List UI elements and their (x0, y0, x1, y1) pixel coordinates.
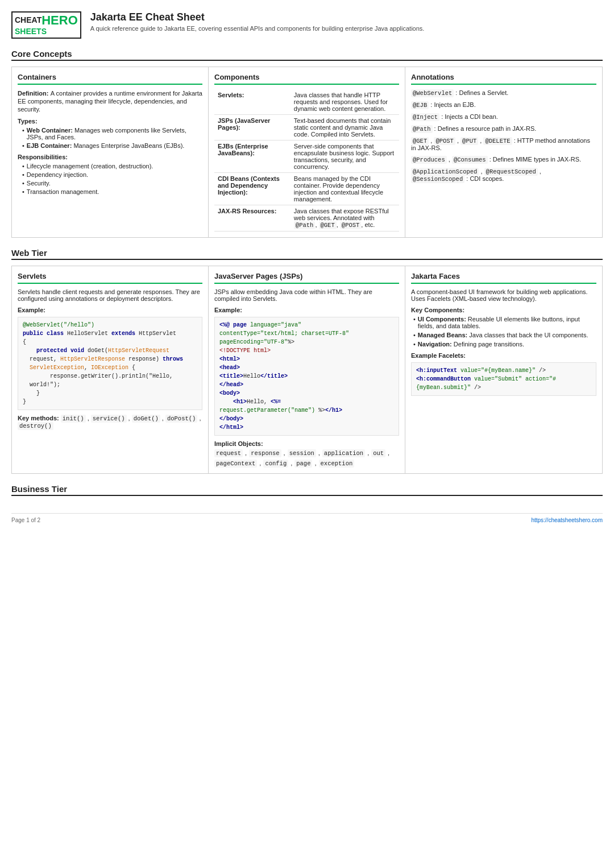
comp-name: JAX-RS Resources: (214, 205, 291, 231)
comp-name: Servlets: (214, 89, 291, 115)
annotation-item: @Inject : Injects a CDI bean. (411, 113, 596, 121)
containers-col: Containers Definition: A container provi… (12, 67, 209, 237)
annotation-item: @GET , @POST , @PUT , @DELETE : HTTP met… (411, 137, 596, 151)
comp-name: EJBs (Enterprise JavaBeans): (214, 140, 291, 172)
key-components-list: UI Components: Reusable UI elements like… (411, 316, 596, 348)
comp-name: JSPs (JavaServer Pages): (214, 114, 291, 140)
components-col: Components Servlets: Java classes that h… (209, 67, 405, 237)
business-tier-title: Business Tier (11, 484, 603, 496)
jsps-col: JavaServer Pages (JSPs) JSPs allow embed… (209, 266, 405, 473)
facelets-code-block: <h:inputText value="#{myBean.name}" /> <… (411, 362, 596, 396)
table-row: EJBs (Enterprise JavaBeans): Server-side… (214, 140, 399, 172)
list-item: Transaction management. (22, 188, 202, 195)
comp-desc: Text-based documents that contain static… (291, 114, 399, 140)
logo-cheat: CHEAT (15, 16, 42, 24)
annotations-col: Annotations @WebServlet : Defines a Serv… (405, 67, 602, 237)
list-item: Navigation: Defining page transitions. (413, 341, 596, 348)
types-list: Web Container: Manages web components li… (18, 127, 202, 149)
components-table: Servlets: Java classes that handle HTTP … (214, 89, 399, 232)
list-item: Dependency injection. (22, 171, 202, 178)
example-facelets-section: Example Facelets: <h:inputText value="#{… (411, 352, 596, 396)
annotation-item: @EJB : Injects an EJB. (411, 101, 596, 109)
core-concepts-grid: Containers Definition: A container provi… (11, 67, 603, 238)
core-concepts-title: Core Concepts (11, 49, 603, 61)
comp-desc: Server-side components that encapsulate … (291, 140, 399, 172)
page-number: Page 1 of 2 (11, 517, 40, 523)
footer-link[interactable]: https://cheatsheetshero.com (531, 517, 603, 523)
comp-desc: Beans managed by the CDI container. Prov… (291, 172, 399, 205)
servlets-intro: Servlets handle client requests and gene… (18, 288, 202, 302)
list-item: Managed Beans: Java classes that back th… (413, 332, 596, 338)
jakarta-faces-col: Jakarta Faces A component-based UI frame… (405, 266, 602, 473)
table-row: JAX-RS Resources: Java classes that expo… (214, 205, 399, 231)
jsp-code-block: <%@ page language="java" contentType="te… (214, 317, 399, 436)
list-item: Web Container: Manages web components li… (22, 127, 202, 140)
annotation-item: @ApplicationScoped , @RequestScoped , @S… (411, 168, 596, 183)
definition-label: Definition: (18, 90, 48, 97)
jakarta-faces-header: Jakarta Faces (411, 272, 596, 284)
page-header: CHEAT HERO SHEETS Jakarta EE Cheat Sheet… (11, 11, 603, 39)
list-item: UI Components: Reusable UI elements like… (413, 316, 596, 329)
servlet-code-block: @WebServlet("/hello") public class Hello… (18, 317, 202, 410)
example-label: Example: (214, 307, 399, 313)
annotation-item: @Produces , @Consumes : Defines MIME typ… (411, 156, 596, 163)
page-title: Jakarta EE Cheat Sheet (90, 11, 425, 23)
responsibilities-list: Lifecycle management (creation, destruct… (18, 163, 202, 195)
responsibilities-label: Responsibilities: (18, 154, 202, 160)
key-components-label: Key Components: (411, 307, 596, 313)
comp-name: CDI Beans (Contexts and Dependency Injec… (214, 172, 291, 205)
comp-desc: Java classes that handle HTTP requests a… (291, 89, 399, 115)
key-components-section: Key Components: UI Components: Reusable … (411, 307, 596, 348)
header-text: Jakarta EE Cheat Sheet A quick reference… (90, 11, 425, 32)
servlets-header: Servlets (18, 272, 202, 284)
annotations-header: Annotations (411, 73, 596, 85)
annotation-item: @Path : Defines a resource path in JAX-R… (411, 125, 596, 133)
web-tier-grid: Servlets Servlets handle client requests… (11, 266, 603, 474)
table-row: CDI Beans (Contexts and Dependency Injec… (214, 172, 399, 205)
example-label: Example: (18, 307, 202, 313)
logo-sheets: SHEETS (15, 27, 78, 36)
jsps-intro: JSPs allow embedding Java code within HT… (214, 288, 399, 302)
logo-hero: HERO (42, 14, 78, 27)
page-footer: Page 1 of 2 https://cheatsheetshero.com (11, 513, 603, 523)
servlets-col: Servlets Servlets handle client requests… (12, 266, 209, 473)
table-row: Servlets: Java classes that handle HTTP … (214, 89, 399, 115)
components-header: Components (214, 73, 399, 85)
jakarta-faces-intro: A component-based UI framework for build… (411, 288, 596, 302)
page-subtitle: A quick reference guide to Jakarta EE, c… (90, 25, 425, 32)
types-label: Types: (18, 118, 202, 125)
list-item: Lifecycle management (creation, destruct… (22, 163, 202, 170)
web-tier-title: Web Tier (11, 248, 603, 260)
jsps-header: JavaServer Pages (JSPs) (214, 272, 399, 284)
implicit-objects: Implicit Objects: request , response , s… (214, 440, 399, 468)
comp-desc: Java classes that expose RESTful web ser… (291, 205, 399, 231)
example-facelets-label: Example Facelets: (411, 352, 596, 359)
list-item: Security. (22, 180, 202, 187)
list-item: EJB Container: Manages Enterprise JavaBe… (22, 142, 202, 149)
annotation-item: @WebServlet : Defines a Servlet. (411, 89, 596, 97)
table-row: JSPs (JavaServer Pages): Text-based docu… (214, 114, 399, 140)
containers-header: Containers (18, 73, 202, 85)
logo: CHEAT HERO SHEETS (11, 11, 81, 39)
key-methods: Key methods: init() , service() , doGet(… (18, 415, 202, 429)
